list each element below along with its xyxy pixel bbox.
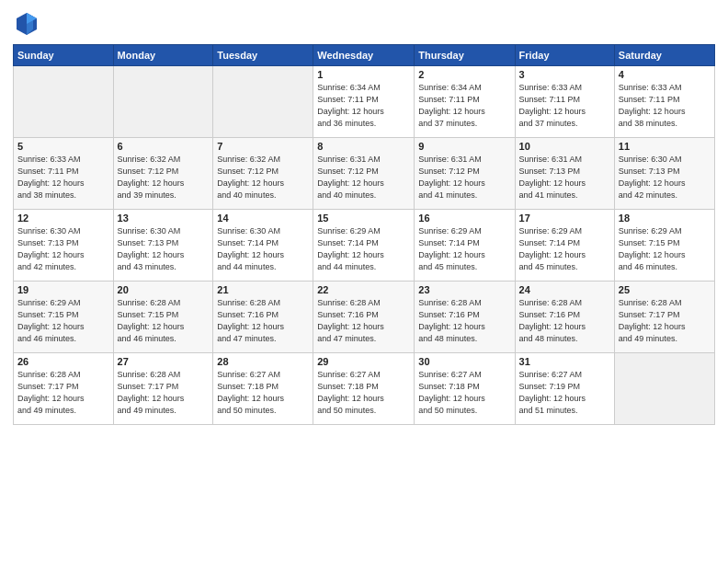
day-info: Sunrise: 6:31 AM Sunset: 7:12 PM Dayligh…	[317, 154, 410, 201]
day-number: 29	[317, 356, 410, 367]
day-header-wednesday: Wednesday	[313, 45, 415, 66]
day-info: Sunrise: 6:27 AM Sunset: 7:18 PM Dayligh…	[217, 369, 309, 417]
day-header-monday: Monday	[113, 45, 213, 66]
calendar-cell: 10Sunrise: 6:31 AM Sunset: 7:13 PM Dayli…	[515, 138, 614, 210]
calendar-cell: 13Sunrise: 6:30 AM Sunset: 7:13 PM Dayli…	[113, 210, 213, 282]
calendar-cell: 29Sunrise: 6:27 AM Sunset: 7:18 PM Dayli…	[313, 353, 415, 425]
day-number: 8	[317, 141, 410, 152]
day-info: Sunrise: 6:27 AM Sunset: 7:18 PM Dayligh…	[317, 369, 410, 417]
day-info: Sunrise: 6:29 AM Sunset: 7:14 PM Dayligh…	[317, 225, 410, 273]
calendar-cell: 28Sunrise: 6:27 AM Sunset: 7:18 PM Dayli…	[213, 353, 313, 425]
day-info: Sunrise: 6:28 AM Sunset: 7:16 PM Dayligh…	[519, 297, 610, 345]
day-info: Sunrise: 6:29 AM Sunset: 7:15 PM Dayligh…	[17, 297, 109, 345]
calendar-header-row: SundayMondayTuesdayWednesdayThursdayFrid…	[14, 45, 715, 66]
calendar-cell: 27Sunrise: 6:28 AM Sunset: 7:17 PM Dayli…	[113, 353, 213, 425]
logo-icon	[13, 9, 40, 37]
day-number: 1	[317, 69, 410, 80]
day-info: Sunrise: 6:29 AM Sunset: 7:14 PM Dayligh…	[418, 225, 510, 273]
day-info: Sunrise: 6:28 AM Sunset: 7:15 PM Dayligh…	[118, 297, 210, 345]
day-info: Sunrise: 6:27 AM Sunset: 7:19 PM Dayligh…	[519, 369, 610, 417]
calendar-cell: 4Sunrise: 6:33 AM Sunset: 7:11 PM Daylig…	[614, 66, 714, 138]
day-number: 18	[619, 213, 711, 224]
day-info: Sunrise: 6:30 AM Sunset: 7:13 PM Dayligh…	[118, 225, 210, 273]
day-info: Sunrise: 6:29 AM Sunset: 7:15 PM Dayligh…	[619, 225, 711, 273]
day-info: Sunrise: 6:33 AM Sunset: 7:11 PM Dayligh…	[519, 82, 610, 130]
day-number: 27	[118, 356, 210, 367]
calendar-cell: 22Sunrise: 6:28 AM Sunset: 7:16 PM Dayli…	[313, 282, 415, 353]
calendar-cell	[14, 66, 114, 138]
calendar-cell: 15Sunrise: 6:29 AM Sunset: 7:14 PM Dayli…	[313, 210, 415, 282]
day-info: Sunrise: 6:33 AM Sunset: 7:11 PM Dayligh…	[619, 82, 711, 130]
calendar-cell: 21Sunrise: 6:28 AM Sunset: 7:16 PM Dayli…	[213, 282, 313, 353]
day-number: 12	[17, 213, 109, 224]
day-number: 15	[317, 213, 410, 224]
calendar-cell: 20Sunrise: 6:28 AM Sunset: 7:15 PM Dayli…	[113, 282, 213, 353]
day-number: 28	[217, 356, 309, 367]
day-number: 6	[118, 141, 210, 152]
calendar-cell	[213, 66, 313, 138]
calendar-cell: 30Sunrise: 6:27 AM Sunset: 7:18 PM Dayli…	[415, 353, 515, 425]
day-header-sunday: Sunday	[14, 45, 114, 66]
day-info: Sunrise: 6:30 AM Sunset: 7:13 PM Dayligh…	[619, 154, 711, 201]
day-info: Sunrise: 6:28 AM Sunset: 7:17 PM Dayligh…	[17, 369, 109, 417]
calendar-cell: 31Sunrise: 6:27 AM Sunset: 7:19 PM Dayli…	[515, 353, 614, 425]
calendar-cell: 14Sunrise: 6:30 AM Sunset: 7:14 PM Dayli…	[213, 210, 313, 282]
day-number: 30	[418, 356, 510, 367]
day-number: 21	[217, 284, 309, 295]
calendar-table: SundayMondayTuesdayWednesdayThursdayFrid…	[13, 44, 715, 425]
day-number: 26	[17, 356, 109, 367]
week-row-2: 5Sunrise: 6:33 AM Sunset: 7:11 PM Daylig…	[14, 138, 715, 210]
calendar-cell: 3Sunrise: 6:33 AM Sunset: 7:11 PM Daylig…	[515, 66, 614, 138]
day-header-thursday: Thursday	[415, 45, 515, 66]
calendar-cell: 18Sunrise: 6:29 AM Sunset: 7:15 PM Dayli…	[614, 210, 714, 282]
day-number: 11	[619, 141, 711, 152]
day-number: 5	[17, 141, 109, 152]
day-number: 2	[418, 69, 510, 80]
day-number: 22	[317, 284, 410, 295]
day-header-friday: Friday	[515, 45, 614, 66]
day-info: Sunrise: 6:28 AM Sunset: 7:17 PM Dayligh…	[619, 297, 711, 345]
day-number: 20	[118, 284, 210, 295]
day-number: 14	[217, 213, 309, 224]
day-number: 3	[519, 69, 610, 80]
calendar-cell: 5Sunrise: 6:33 AM Sunset: 7:11 PM Daylig…	[14, 138, 114, 210]
calendar-cell: 6Sunrise: 6:32 AM Sunset: 7:12 PM Daylig…	[113, 138, 213, 210]
calendar-cell	[614, 353, 714, 425]
header	[13, 9, 715, 37]
day-info: Sunrise: 6:30 AM Sunset: 7:13 PM Dayligh…	[17, 225, 109, 273]
day-header-saturday: Saturday	[614, 45, 714, 66]
day-number: 16	[418, 213, 510, 224]
day-number: 19	[17, 284, 109, 295]
day-number: 17	[519, 213, 610, 224]
day-number: 4	[619, 69, 711, 80]
day-info: Sunrise: 6:28 AM Sunset: 7:17 PM Dayligh…	[118, 369, 210, 417]
week-row-1: 1Sunrise: 6:34 AM Sunset: 7:11 PM Daylig…	[14, 66, 715, 138]
day-info: Sunrise: 6:32 AM Sunset: 7:12 PM Dayligh…	[118, 154, 210, 201]
calendar-cell: 1Sunrise: 6:34 AM Sunset: 7:11 PM Daylig…	[313, 66, 415, 138]
calendar-cell: 16Sunrise: 6:29 AM Sunset: 7:14 PM Dayli…	[415, 210, 515, 282]
day-info: Sunrise: 6:28 AM Sunset: 7:16 PM Dayligh…	[418, 297, 510, 345]
day-info: Sunrise: 6:34 AM Sunset: 7:11 PM Dayligh…	[418, 82, 510, 130]
day-number: 10	[519, 141, 610, 152]
day-number: 23	[418, 284, 510, 295]
day-info: Sunrise: 6:32 AM Sunset: 7:12 PM Dayligh…	[217, 154, 309, 201]
day-number: 13	[118, 213, 210, 224]
day-number: 9	[418, 141, 510, 152]
calendar-cell: 11Sunrise: 6:30 AM Sunset: 7:13 PM Dayli…	[614, 138, 714, 210]
calendar-cell: 12Sunrise: 6:30 AM Sunset: 7:13 PM Dayli…	[14, 210, 114, 282]
day-number: 24	[519, 284, 610, 295]
week-row-5: 26Sunrise: 6:28 AM Sunset: 7:17 PM Dayli…	[14, 353, 715, 425]
week-row-4: 19Sunrise: 6:29 AM Sunset: 7:15 PM Dayli…	[14, 282, 715, 353]
calendar-cell: 7Sunrise: 6:32 AM Sunset: 7:12 PM Daylig…	[213, 138, 313, 210]
logo	[13, 9, 44, 37]
calendar-cell: 25Sunrise: 6:28 AM Sunset: 7:17 PM Dayli…	[614, 282, 714, 353]
calendar-cell: 24Sunrise: 6:28 AM Sunset: 7:16 PM Dayli…	[515, 282, 614, 353]
day-info: Sunrise: 6:33 AM Sunset: 7:11 PM Dayligh…	[17, 154, 109, 201]
day-info: Sunrise: 6:34 AM Sunset: 7:11 PM Dayligh…	[317, 82, 410, 130]
day-number: 7	[217, 141, 309, 152]
calendar-cell	[113, 66, 213, 138]
day-number: 31	[519, 356, 610, 367]
day-info: Sunrise: 6:29 AM Sunset: 7:14 PM Dayligh…	[519, 225, 610, 273]
calendar-cell: 2Sunrise: 6:34 AM Sunset: 7:11 PM Daylig…	[415, 66, 515, 138]
day-info: Sunrise: 6:27 AM Sunset: 7:18 PM Dayligh…	[418, 369, 510, 417]
